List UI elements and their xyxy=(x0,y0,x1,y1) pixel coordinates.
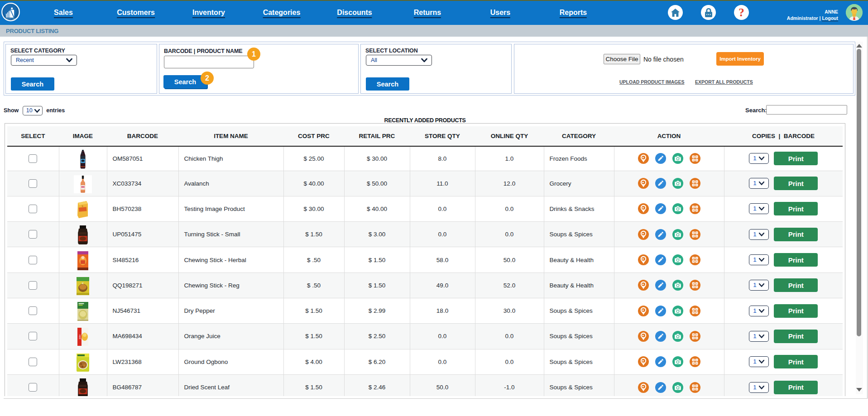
svg-text:K: K xyxy=(82,282,84,285)
svg-text:LEDYSTOWA: LEDYSTOWA xyxy=(5,18,16,20)
svg-text:juice: juice xyxy=(78,335,81,340)
